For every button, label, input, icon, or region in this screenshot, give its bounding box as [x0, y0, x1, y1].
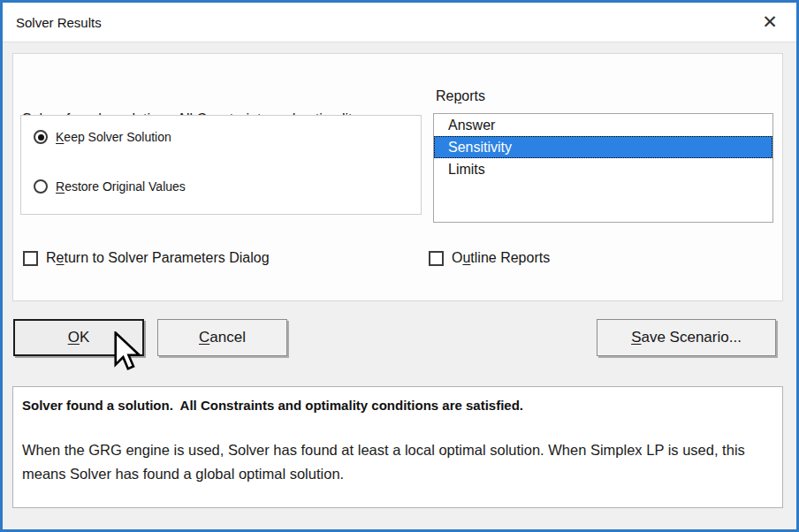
- checkbox-outline-label: Outline Reports: [452, 250, 550, 266]
- checkbox-unchecked-icon[interactable]: [429, 251, 444, 266]
- solution-options-group: Keep Solver Solution Restore Original Va…: [20, 115, 422, 215]
- dialog-title: Solver Results: [16, 3, 102, 42]
- list-item-answer[interactable]: Answer: [434, 114, 772, 136]
- radio-keep-solver-solution[interactable]: Keep Solver Solution: [34, 130, 171, 144]
- reports-label: Reports: [436, 88, 485, 104]
- radio-restore-label: Restore Original Values: [56, 179, 186, 194]
- result-summary-panel: Solver found a solution. All Constraints…: [12, 386, 783, 508]
- solver-results-dialog: Solver Results ✕ Solver found a solution…: [0, 0, 799, 532]
- radio-restore-original-values[interactable]: Restore Original Values: [34, 179, 186, 194]
- radio-unselected-icon[interactable]: [34, 179, 48, 194]
- save-scenario-button[interactable]: Save Scenario...: [597, 319, 776, 356]
- checkbox-outline-reports[interactable]: Outline Reports: [429, 250, 550, 266]
- checkbox-return-to-solver-parameters[interactable]: Return to Solver Parameters Dialog: [23, 250, 270, 266]
- checkbox-return-label: Return to Solver Parameters Dialog: [46, 250, 270, 266]
- close-icon: ✕: [762, 11, 778, 33]
- list-item-sensitivity[interactable]: Sensitivity: [434, 136, 772, 158]
- radio-keep-label: Keep Solver Solution: [56, 130, 171, 144]
- result-summary-body: When the GRG engine is used, Solver has …: [22, 438, 754, 486]
- results-group: Solver found a solution. All Constraints…: [12, 53, 783, 301]
- close-button[interactable]: ✕: [752, 3, 788, 42]
- result-summary-heading: Solver found a solution. All Constraints…: [22, 398, 769, 413]
- title-bar: Solver Results ✕: [3, 3, 796, 42]
- ok-button[interactable]: OK: [13, 319, 144, 356]
- cancel-button[interactable]: Cancel: [157, 319, 287, 356]
- list-item-limits[interactable]: Limits: [434, 158, 772, 180]
- checkbox-unchecked-icon[interactable]: [23, 251, 38, 266]
- radio-selected-icon[interactable]: [34, 130, 48, 144]
- reports-listbox[interactable]: Answer Sensitivity Limits: [433, 113, 773, 223]
